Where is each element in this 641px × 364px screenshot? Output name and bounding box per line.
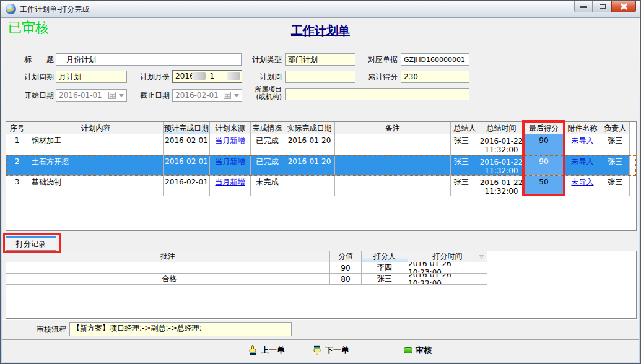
calendar-icon [224,92,231,99]
end-date-field[interactable]: 2016-02-01 [172,89,242,102]
col-header-summarizer[interactable]: 总结人 [451,122,479,134]
close-glyph [621,3,627,10]
minimize-glyph [580,6,587,8]
plan-week-field[interactable] [285,71,355,83]
next-doc-label: 下一单 [325,345,349,356]
audit-flow-field[interactable]: 【新方案】项目经理:->副总:->总经理: [69,322,292,336]
audit-flow-label: 审核流程 [30,324,66,334]
col-header-score-time[interactable]: 打分时间 ▽ [408,251,487,262]
summary-time: 11:32:00 [485,145,518,154]
cell-summary-time: 2016-01-22 11:32:00 [479,134,524,155]
maximize-icon[interactable] [593,1,611,12]
cell-summarizer: 张三 [451,176,479,196]
cell-status: 已完成 [251,134,284,155]
app-window: 工作计划单-打分完成 已审核 工作计划单 标 题 一月份计划 计划类型 部门计划… [0,0,641,364]
col-header-expected-date[interactable]: 预计完成日期 [164,122,210,134]
cell-summary-time: 2016-01-22 11:32:00 [479,176,524,196]
title-field[interactable]: 一月份计划 [56,53,242,66]
plan-cycle-field[interactable]: 月计划 [56,71,127,83]
cell-remark: 合格 [6,274,330,285]
title-bar[interactable]: 工作计划单-打分完成 [1,1,640,18]
start-date-field[interactable]: 2016-01-01 [56,89,127,102]
list-item[interactable]: 合格 80 张三 2016-01-26 10:22:00 [6,274,636,285]
tab-score-records-label: 打分记录 [16,239,46,249]
start-date-value: 2016-01-01 [59,91,102,100]
cell-content: 钢材加工 [28,134,164,155]
attachment-link[interactable]: 未导入 [572,136,594,145]
plan-year-spinner[interactable]: 2016 [173,71,207,82]
table-row-selected[interactable]: 2 土石方开挖 2016-02-01 当月新增 已完成 2016-01-20 张… [6,155,636,176]
cell-expected-date: 2016-02-01 [164,134,210,155]
col-header-source[interactable]: 计划来源 [210,122,251,134]
score-time-header-label: 打分时间 [433,251,463,262]
col-header-attachment[interactable]: 附件名称 [564,122,601,134]
col-header-content[interactable]: 计划内容 [28,122,164,134]
source-link[interactable]: 当月新增 [216,136,245,145]
cell-final-score: 50 [524,176,564,196]
col-header-status[interactable]: 完成情况 [251,122,284,134]
summary-time: 11:32:00 [485,187,518,196]
end-date-value: 2016-02-01 [175,91,219,100]
cell-summarizer: 张三 [451,155,479,176]
chevron-down-icon[interactable] [234,94,239,97]
window-frame-bottom [1,362,640,363]
cell-owner: 张三 [601,176,630,196]
tab-score-records[interactable]: 打分记录 [6,236,56,251]
list-item[interactable]: 90 李四 2016-01-26 10:23:00 [6,262,636,274]
cell-final-score: 90 [524,155,564,176]
attachment-link[interactable]: 未导入 [572,178,594,186]
project-field[interactable] [285,88,469,100]
close-icon[interactable] [611,1,636,12]
project-label: 所属项目 (或机构) [247,86,282,96]
end-date-label: 截止日期 [135,90,170,100]
table-row[interactable]: 3 基础浇制 2016-02-01 当月新增 未完成 张三 2016-01-22… [6,176,636,196]
chevron-down-icon[interactable] [119,94,124,97]
col-header-owner[interactable]: 负责人 [601,122,630,134]
col-header-score[interactable]: 分值 [330,251,362,262]
start-date-label: 开始日期 [19,90,54,100]
col-header-actual-date[interactable]: 实际完成日期 [284,122,335,134]
cell-remark [335,176,451,196]
cell-actual-date [284,176,335,196]
col-header-summary-time[interactable]: 总结时间 [479,122,524,134]
cell-score: 80 [330,274,362,285]
score-table-header-row: 批注 分值 打分人 打分时间 ▽ [6,251,636,262]
hand-point-down-icon [312,345,322,355]
col-header-seq[interactable]: 序号 [6,122,28,134]
plan-month-spinner[interactable]: 1 [207,71,242,82]
cell-seq: 2 [6,155,28,176]
col-header-scorer[interactable]: 打分人 [362,251,408,262]
col-header-final-score[interactable]: 最后得分 [524,122,564,134]
previous-doc-label: 上一单 [261,345,285,356]
window-frame-left [1,18,2,363]
cell-owner: 张三 [601,155,630,176]
cell-seq: 3 [6,176,28,196]
cell-final-score: 90 [524,134,564,155]
plan-month-control: 2016 1 [172,70,242,83]
page-title: 工作计划单 [1,23,640,39]
previous-doc-button[interactable]: 上一单 [248,343,285,358]
doc-no-field[interactable]: GZJHD160000001 [401,53,469,66]
plan-table: 序号 计划内容 预计完成日期 计划来源 完成情况 实际完成日期 备注 总结人 总… [6,121,637,231]
attachment-link[interactable]: 未导入 [572,157,594,166]
cell-expected-date: 2016-02-01 [164,176,210,196]
minimize-icon[interactable] [574,1,593,12]
source-link[interactable]: 当月新增 [216,178,245,186]
divider [1,319,640,320]
project-label-line2: (或机构) [247,93,282,101]
total-score-label: 累计得分 [363,72,398,82]
sort-descending-icon[interactable]: ▽ [479,254,484,260]
total-score-field[interactable]: 230 [401,71,469,83]
plan-table-header-row: 序号 计划内容 预计完成日期 计划来源 完成情况 实际完成日期 备注 总结人 总… [6,122,636,134]
next-doc-button[interactable]: 下一单 [312,343,349,358]
source-link[interactable]: 当月新增 [216,157,245,166]
summary-date: 2016-01-22 [480,178,523,187]
plan-type-label: 计划类型 [247,54,282,64]
table-row[interactable]: 1 钢材加工 2016-02-01 当月新增 已完成 2016-01-20 张三… [6,134,636,155]
col-header-remark[interactable]: 批注 [6,251,330,262]
summary-date: 2016-01-22 [480,158,523,167]
col-header-remark[interactable]: 备注 [335,122,451,134]
audit-button[interactable]: 审核 [404,343,432,358]
cell-scorer: 张三 [362,274,408,285]
plan-type-field[interactable]: 部门计划 [285,53,355,66]
